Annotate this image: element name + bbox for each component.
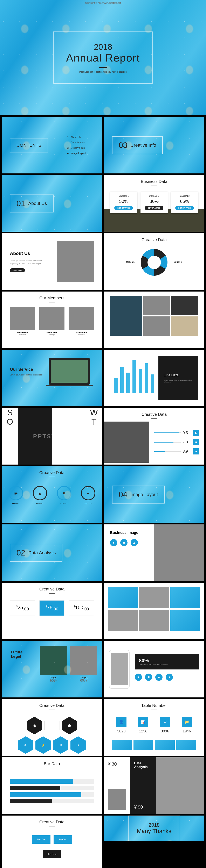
- option: Option 1: [126, 261, 135, 264]
- grid-image: [108, 610, 138, 631]
- line-data-slide: Line Data Lorem ipsum dolor sit amet con…: [104, 350, 204, 406]
- slide-title: Creative Data: [104, 233, 204, 247]
- data-analysis-price-slide: ¥ 30 Data Analysis¥ 90: [104, 757, 204, 814]
- table-icon: ⚙: [160, 717, 170, 727]
- circle-label: Option 4: [80, 502, 96, 504]
- stat-bar: [154, 432, 181, 433]
- circle-icon: ▲: [155, 674, 163, 681]
- swot-s: S: [2, 408, 18, 417]
- gallery-image: [143, 296, 170, 315]
- flow-slide: Creative Data Step One Step Two Step Thr…: [2, 815, 102, 868]
- biz-title: Business Image: [110, 531, 148, 535]
- member-name: Name Here: [68, 332, 94, 334]
- price-2: ¥ 90: [134, 804, 152, 810]
- hexagon-icon: ◉: [27, 717, 42, 734]
- thanks-title: Many Thanks: [137, 828, 171, 834]
- section-num: 01: [17, 199, 25, 208]
- circle-item: ▲Option 2: [32, 486, 48, 504]
- future-image: [40, 646, 67, 675]
- member-photo: [68, 307, 94, 330]
- gallery-image: [171, 296, 198, 315]
- swot-slide: PPTSTORE SO WT: [2, 408, 102, 465]
- stat-value: 3.9: [183, 449, 191, 454]
- circle-item: ♦Option 4: [80, 486, 96, 504]
- section-box: 04 Image Layout: [112, 486, 165, 503]
- bar: [145, 363, 148, 393]
- flow-box: Step Three: [42, 850, 61, 858]
- circle-icon: ●: [135, 674, 142, 681]
- section-num: 04: [119, 490, 127, 499]
- section-num: 02: [17, 548, 25, 557]
- business-image-slide: Business Image ●■▲: [104, 524, 204, 581]
- card-row: Standard 150%GET STARTED Standard 280%GE…: [104, 189, 204, 216]
- gallery-image: [110, 296, 142, 336]
- bar-data-slide: Bar Data: [2, 757, 102, 814]
- laptop-mockup: [49, 358, 90, 385]
- thanks-year: 2018: [137, 822, 171, 828]
- pricing-slide: Creative Data $25.00 $75.00 $100.00: [2, 583, 102, 639]
- member-role: Designer: [10, 334, 35, 336]
- slide-title: Creative Data: [2, 466, 102, 480]
- section-03-slide: 03 Creative Info: [104, 117, 204, 174]
- table-cell: 📁1946: [177, 717, 196, 734]
- section-04-slide: 04 Image Layout: [104, 466, 204, 523]
- hbar: [10, 779, 94, 784]
- horizontal-bar-chart: [2, 771, 102, 812]
- read-more-button[interactable]: Read More: [10, 268, 25, 272]
- price-card[interactable]: $25.00: [10, 600, 35, 616]
- card-button[interactable]: GET STARTED: [114, 206, 133, 210]
- creative-data-stats-slide: Creative Data 9.5▶ 7.3■ 3.9●: [104, 408, 204, 465]
- circle-label: Option 2: [32, 502, 48, 504]
- price-card[interactable]: $100.00: [68, 600, 94, 616]
- table-cell: ⚙3096: [156, 717, 175, 734]
- circle-item: ◉Option 1: [8, 486, 24, 504]
- grid-image: [139, 587, 169, 608]
- card-title: Standard 3: [174, 195, 195, 197]
- member-name: Name Here: [39, 332, 65, 334]
- circle-icon: ■: [57, 486, 71, 500]
- swot-image: [18, 408, 52, 465]
- hero-box: 2018 Annual Report Insert your text or c…: [53, 31, 153, 84]
- slide-title: Bar Data: [2, 757, 102, 771]
- bar-chart: [110, 356, 158, 393]
- stat-bar: [154, 451, 181, 452]
- price-value: 100: [75, 604, 83, 610]
- toc-item: Creative Info: [71, 147, 85, 149]
- circle-item: ■Option 3: [56, 486, 72, 504]
- about-text: About Us Lorem ipsum dolor sit amet cons…: [10, 251, 51, 273]
- member-photo: [39, 307, 65, 330]
- contents-box: CONTENTS: [10, 138, 48, 152]
- section-box: 01 About Us: [10, 194, 54, 212]
- option: Option 2: [174, 261, 182, 264]
- hero-subtitle: Insert your text or caption here you wan…: [78, 71, 128, 73]
- hbar: [10, 799, 94, 803]
- grid-image: [108, 587, 138, 608]
- member-card: Name HereManager: [39, 307, 65, 336]
- table-value: 3096: [156, 729, 175, 734]
- slide-title: Creative Data: [104, 408, 204, 422]
- circle-icon: ◉: [9, 486, 23, 500]
- circle-icon: ■: [120, 539, 127, 546]
- member-photo: [10, 307, 35, 330]
- biz-text: Business Image ●■▲: [104, 524, 154, 581]
- member-role: Developer: [68, 334, 94, 336]
- slide-title: Creative Data: [2, 583, 102, 596]
- member-card: Name HereDesigner: [10, 307, 35, 336]
- percent-panel: 80%Lorem ipsum dolor sit amet consectetu…: [135, 654, 199, 670]
- bar: [114, 378, 118, 393]
- section-num: 03: [119, 141, 127, 150]
- bar: [126, 373, 130, 393]
- card-button[interactable]: GET STARTED: [175, 206, 194, 210]
- hexagon-icon: ⚡: [35, 736, 51, 754]
- swot-space: [52, 408, 86, 465]
- bar: [120, 367, 124, 393]
- price-card-active[interactable]: $75.00: [39, 600, 65, 616]
- circle-label: Option 3: [56, 502, 72, 504]
- service-text: Our Service Lorem ipsum dolor sit amet c…: [10, 367, 42, 376]
- card-button[interactable]: GET STARTED: [145, 206, 164, 210]
- table-number-slide: Table Number 👤5023 📊1238 ⚙3096 📁1946: [104, 699, 204, 756]
- hexagon-icon: ⬢: [62, 717, 77, 734]
- grid-image: [139, 610, 169, 631]
- hbar: [10, 786, 94, 790]
- circle-icon: ▲: [130, 539, 138, 546]
